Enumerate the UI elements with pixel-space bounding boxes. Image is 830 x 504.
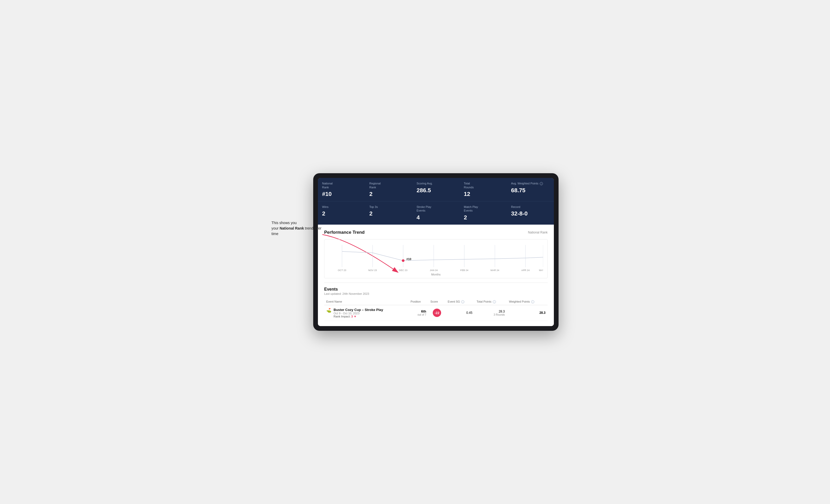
events-header: Events Last updated: 24th November 2023 <box>324 287 548 295</box>
stat-top3s: Top 3s 2 <box>365 201 412 225</box>
stat-total-rounds-label: TotalRounds <box>464 181 503 189</box>
stat-wins-label: Wins <box>322 205 361 209</box>
chart-x-axis-label: Months <box>329 273 543 276</box>
col-event-sg: Event SG i <box>446 298 475 305</box>
section-divider <box>324 282 548 283</box>
stat-national-rank-value: #10 <box>322 191 361 198</box>
stat-avg-weighted-points-value: 68.75 <box>511 187 550 194</box>
stat-total-rounds: TotalRounds 12 <box>459 178 507 201</box>
tablet-screen: NationalRank #10 RegionalRank 2 Scoring … <box>318 178 554 326</box>
golf-icon: ⛳ <box>326 308 331 313</box>
performance-trend-section: Performance Trend National Rank <box>324 230 548 278</box>
chart-svg: #10 OCT 23 NOV 23 DEC 23 JAN 24 FEB 24 M… <box>329 244 543 272</box>
stat-stroke-play-events: Stroke PlayEvents 4 <box>412 201 459 225</box>
annotation-line1: This shows you <box>272 221 296 225</box>
stat-record-label: Record <box>511 205 550 209</box>
events-table: Event Name Position Score Event SG i Tot… <box>324 298 548 321</box>
annotation-line2: your <box>272 226 280 230</box>
svg-text:APR 24: APR 24 <box>521 269 530 272</box>
table-row: ⛳ Buster Cozy Cup – Stroke Play Oct 9 - … <box>324 305 548 321</box>
stats-row1: NationalRank #10 RegionalRank 2 Scoring … <box>318 178 554 201</box>
svg-text:NOV 23: NOV 23 <box>368 269 377 272</box>
stat-avg-weighted-points-label: Avg. Weighted Points i <box>511 181 550 185</box>
col-weighted-points: Weighted Points i <box>507 298 548 305</box>
events-section: Events Last updated: 24th November 2023 … <box>324 287 548 321</box>
scene: This shows you your National Rank trend … <box>272 173 558 331</box>
stat-scoring-avg-value: 286.5 <box>417 187 455 194</box>
event-sg-info-icon: i <box>461 300 464 303</box>
event-sg-cell: 0.45 <box>446 305 475 321</box>
event-date: Oct 9 - Oct 10, 2023 <box>333 312 383 315</box>
events-title: Events <box>324 287 548 292</box>
event-position: 6th <box>411 309 426 313</box>
events-last-updated: Last updated: 24th November 2023 <box>324 292 548 295</box>
stat-match-play-events: Match PlayEvents 2 <box>459 201 507 225</box>
stat-match-play-events-label: Match PlayEvents <box>464 205 503 212</box>
stat-scoring-avg: Scoring Avg. 286.5 <box>412 178 459 201</box>
event-name-cell: ⛳ Buster Cozy Cup – Stroke Play Oct 9 - … <box>324 305 409 321</box>
stat-total-rounds-value: 12 <box>464 191 503 198</box>
event-score-badge: -22 <box>433 309 441 317</box>
event-score-cell: -22 <box>428 305 446 321</box>
chart-title: Performance Trend <box>324 230 364 235</box>
rank-down-icon: ▼ <box>354 315 356 318</box>
event-position-sub: out of 7 <box>411 313 426 316</box>
stat-avg-weighted-points: Avg. Weighted Points i 68.75 <box>507 178 554 201</box>
annotation-text: This shows you your National Rank trend … <box>272 220 324 237</box>
stat-top3s-label: Top 3s <box>369 205 408 209</box>
stat-regional-rank-label: RegionalRank <box>369 181 408 189</box>
stat-regional-rank: RegionalRank 2 <box>365 178 412 201</box>
stat-stroke-play-events-value: 4 <box>417 214 455 221</box>
event-position-cell: 6th out of 7 <box>409 305 428 321</box>
col-position: Position <box>409 298 428 305</box>
event-rounds: 3 Rounds <box>477 313 505 316</box>
col-event-name: Event Name <box>324 298 409 305</box>
stat-match-play-events-value: 2 <box>464 214 503 221</box>
chart-header: Performance Trend National Rank <box>324 230 548 235</box>
stat-wins-value: 2 <box>322 210 361 217</box>
event-total-points-cell: 28.3 3 Rounds <box>475 305 507 321</box>
svg-text:MAR 24: MAR 24 <box>490 269 499 272</box>
stat-wins: Wins 2 <box>318 201 365 225</box>
stat-national-rank: NationalRank #10 <box>318 178 365 201</box>
tablet-device: NationalRank #10 RegionalRank 2 Scoring … <box>313 173 558 331</box>
stat-stroke-play-events-label: Stroke PlayEvents <box>417 205 455 212</box>
total-points-info-icon: i <box>493 300 496 303</box>
stat-national-rank-label: NationalRank <box>322 181 361 189</box>
event-rank-impact: Rank Impact: 3 ▼ <box>333 315 383 318</box>
weighted-points-info-icon: i <box>531 300 534 303</box>
chart-rank-label: #10 <box>406 258 411 261</box>
col-score: Score <box>428 298 446 305</box>
info-icon: i <box>540 182 543 185</box>
stat-regional-rank-value: 2 <box>369 191 408 198</box>
stat-top3s-value: 2 <box>369 210 408 217</box>
svg-text:DEC 23: DEC 23 <box>399 269 407 272</box>
event-sg-value: 0.45 <box>467 311 472 314</box>
chart-dot <box>402 259 405 262</box>
table-header-row: Event Name Position Score Event SG i Tot… <box>324 298 548 305</box>
chart-subtitle: National Rank <box>528 231 548 234</box>
svg-text:FEB 24: FEB 24 <box>460 269 469 272</box>
svg-text:MAY 24: MAY 24 <box>539 269 543 272</box>
rank-impact-val: 3 <box>351 315 353 318</box>
svg-text:JAN 24: JAN 24 <box>430 269 438 272</box>
chart-container: #10 OCT 23 NOV 23 DEC 23 JAN 24 FEB 24 M… <box>324 239 548 278</box>
annotation-bold: National Rank <box>280 226 304 230</box>
event-name-info: Buster Cozy Cup – Stroke Play Oct 9 - Oc… <box>333 308 383 318</box>
svg-text:OCT 23: OCT 23 <box>338 269 346 272</box>
col-total-points: Total Points i <box>475 298 507 305</box>
event-total-points: 28.3 <box>477 310 505 313</box>
stat-scoring-avg-label: Scoring Avg. <box>417 181 455 185</box>
event-name: Buster Cozy Cup – Stroke Play <box>333 308 383 312</box>
event-weighted-points-cell: 28.3 <box>507 305 548 321</box>
stat-record: Record 32-8-0 <box>507 201 554 225</box>
stats-row2: Wins 2 Top 3s 2 Stroke PlayEvents 4 Matc… <box>318 201 554 225</box>
event-weighted-points: 28.3 <box>540 311 545 314</box>
stat-record-value: 32-8-0 <box>511 210 550 217</box>
content-area: Performance Trend National Rank <box>318 225 554 326</box>
